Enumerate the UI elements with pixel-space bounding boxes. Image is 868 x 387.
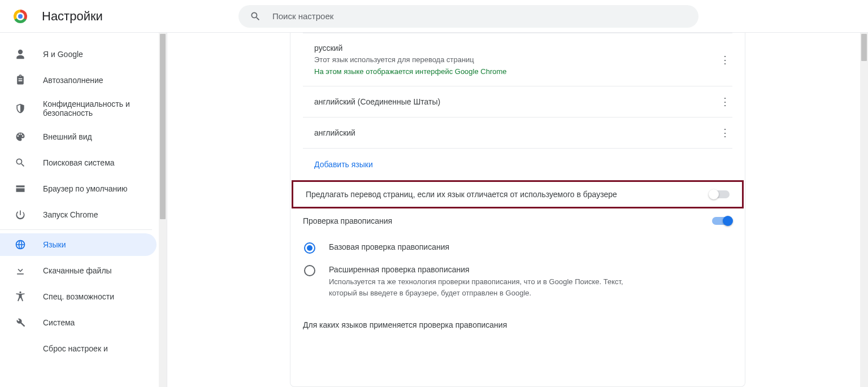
search-box[interactable] <box>238 5 698 28</box>
language-name: английский (Соединенные Штаты) <box>314 97 718 106</box>
window-icon <box>15 183 26 194</box>
language-ui-note: На этом языке отображается интерфейс Goo… <box>314 67 718 76</box>
main-scrollbar-thumb[interactable] <box>861 34 867 61</box>
sidebar-item-label: Браузер по умолчанию <box>43 184 128 193</box>
sidebar-item-appearance[interactable]: Внешний вид <box>0 125 157 148</box>
spellcheck-row: Проверка правописания <box>290 208 745 233</box>
power-icon <box>15 209 26 220</box>
language-sub: Этот язык используется для перевода стра… <box>314 55 718 65</box>
translate-offer-toggle[interactable] <box>709 190 730 198</box>
sidebar-item-default-browser[interactable]: Браузер по умолчанию <box>0 177 157 200</box>
spellcheck-option-enhanced[interactable]: Расширенная проверка правописания Исполь… <box>303 259 732 305</box>
radio-icon[interactable] <box>304 242 315 254</box>
magnifier-icon <box>15 157 26 168</box>
shield-icon <box>15 103 26 114</box>
spellcheck-label: Проверка правописания <box>303 216 712 225</box>
add-language-row: Добавить языки <box>303 149 732 180</box>
language-list: русский Этот язык используется для перев… <box>303 33 732 180</box>
sidebar-item-label: Поисковая система <box>43 158 115 167</box>
sidebar-item-search-engine[interactable]: Поисковая система <box>0 151 157 174</box>
spellcheck-options: Базовая проверка правописания Расширенна… <box>290 233 745 305</box>
sidebar-item-label: Языки <box>43 240 66 249</box>
sidebar-item-you-and-google[interactable]: Я и Google <box>0 43 157 66</box>
language-menu-button[interactable]: ⋮ <box>718 97 731 107</box>
sidebar-item-reset[interactable]: Сброс настроек и <box>0 337 157 360</box>
option-title: Расширенная проверка правописания <box>329 265 634 274</box>
globe-icon <box>15 239 26 250</box>
sidebar-item-languages[interactable]: Языки <box>0 233 157 256</box>
palette-icon <box>15 131 26 142</box>
option-title: Базовая проверка правописания <box>329 242 449 251</box>
language-name: русский <box>314 44 718 53</box>
page-title: Настройки <box>42 9 103 24</box>
main-scrollbar[interactable] <box>860 33 868 387</box>
sidebar-item-label: Сброс настроек и <box>43 344 108 353</box>
translate-offer-label: Предлагать перевод страниц, если их язык… <box>306 190 709 199</box>
accessibility-icon <box>15 291 26 302</box>
language-menu-button[interactable]: ⋮ <box>718 128 731 138</box>
main-content: русский Этот язык используется для перев… <box>167 33 868 387</box>
language-row: английский (Соединенные Штаты) ⋮ <box>303 86 732 118</box>
sidebar-item-autofill[interactable]: Автозаполнение <box>0 69 157 92</box>
option-sub: Используется та же технология проверки п… <box>329 276 634 299</box>
sidebar-item-privacy[interactable]: Конфиденциальность и безопасность <box>0 95 157 122</box>
sidebar-scrollbar[interactable] <box>159 33 167 387</box>
download-icon <box>15 265 26 276</box>
search-input[interactable] <box>271 11 687 21</box>
sidebar-item-label: Система <box>43 318 75 327</box>
spellcheck-toggle[interactable] <box>712 217 732 225</box>
sidebar: Я и Google Автозаполнение Конфиденциальн… <box>0 33 167 387</box>
sidebar-item-downloads[interactable]: Скачанные файлы <box>0 259 157 282</box>
sidebar-item-label: Я и Google <box>43 50 83 59</box>
chrome-logo-icon <box>14 10 27 23</box>
clipboard-icon <box>15 75 26 86</box>
sidebar-item-label: Скачанные файлы <box>43 266 112 275</box>
spellcheck-apply-label: Для каких языков применяется проверка пр… <box>290 305 745 329</box>
language-menu-button[interactable]: ⋮ <box>718 55 731 65</box>
sidebar-item-system[interactable]: Система <box>0 311 157 334</box>
language-row: русский Этот язык используется для перев… <box>303 33 732 86</box>
radio-icon[interactable] <box>304 265 315 276</box>
sidebar-item-on-startup[interactable]: Запуск Chrome <box>0 203 157 226</box>
sidebar-item-label: Автозаполнение <box>43 76 103 85</box>
settings-card: русский Этот язык используется для перев… <box>290 33 745 387</box>
sidebar-divider <box>0 229 152 230</box>
app-header: Настройки <box>0 0 868 33</box>
spellcheck-option-basic[interactable]: Базовая проверка правописания <box>303 237 732 259</box>
translate-offer-row: Предлагать перевод страниц, если их язык… <box>292 180 744 208</box>
sidebar-item-label: Конфиденциальность и безопасность <box>43 99 157 118</box>
sidebar-item-label: Запуск Chrome <box>43 210 98 219</box>
person-icon <box>15 49 26 60</box>
search-icon <box>250 11 261 22</box>
sidebar-scrollbar-thumb[interactable] <box>160 34 166 219</box>
sidebar-item-accessibility[interactable]: Спец. возможности <box>0 285 157 308</box>
sidebar-item-label: Спец. возможности <box>43 292 114 301</box>
blank-icon <box>15 343 26 354</box>
language-row: английский ⋮ <box>303 118 732 149</box>
wrench-icon <box>15 317 26 328</box>
add-language-link[interactable]: Добавить языки <box>314 160 373 169</box>
sidebar-item-label: Внешний вид <box>43 132 92 141</box>
language-name: английский <box>314 128 718 137</box>
